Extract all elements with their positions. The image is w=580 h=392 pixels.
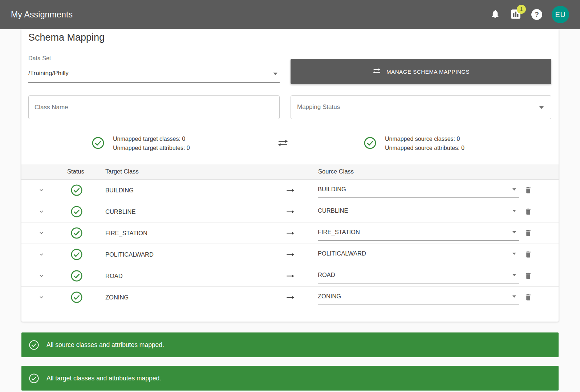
mapped-status-check-circle-icon <box>70 227 83 239</box>
delete-mapping-button[interactable] <box>524 250 532 258</box>
source-class-select[interactable]: CURBLINE <box>318 203 519 219</box>
swap-direction-icon[interactable] <box>277 137 289 149</box>
dropdown-caret-icon <box>512 274 516 276</box>
delete-mapping-button[interactable] <box>524 207 532 216</box>
unmapped-source-attributes: Unmapped source attributes: 0 <box>385 143 465 152</box>
expand-row-button[interactable] <box>38 208 45 215</box>
class-name-input[interactable] <box>28 95 280 119</box>
trash-icon <box>524 190 532 195</box>
delete-mapping-button[interactable] <box>524 229 532 237</box>
mapped-status-check-circle-icon <box>70 205 83 218</box>
maps-to-arrow-icon <box>285 271 295 281</box>
mapping-table-row: BUILDING BUILDING <box>21 180 559 201</box>
source-class-select[interactable]: BUILDING <box>318 182 519 198</box>
target-class-label: FIRE_STATION <box>105 230 147 237</box>
notification-count-badge: 1 <box>517 5 526 14</box>
notifications-button[interactable] <box>490 9 500 20</box>
source-class-value: CURBLINE <box>318 207 348 214</box>
trash-icon <box>524 275 532 281</box>
mapped-status-check-circle-icon <box>70 291 83 303</box>
chevron-down-icon <box>38 189 45 195</box>
user-avatar[interactable]: EU <box>552 6 569 23</box>
source-class-value: ROAD <box>318 271 335 278</box>
mapping-table-body: BUILDING BUILDING CURBLINE CURBLINE <box>21 180 559 308</box>
data-set-value: /Training/Philly <box>28 70 69 77</box>
mapping-status-placeholder: Mapping Status <box>297 103 340 111</box>
source-class-select[interactable]: ROAD <box>318 268 519 283</box>
unmapped-target-classes: Unmapped target classes: 0 <box>113 134 190 143</box>
trash-icon <box>524 297 532 302</box>
trash-icon <box>524 233 532 238</box>
source-summary-text: Unmapped source classes: 0 Unmapped sour… <box>385 134 465 152</box>
expand-row-button[interactable] <box>38 294 45 301</box>
manage-schema-mappings-label: MANAGE SCHEMA MAPPINGS <box>386 69 470 75</box>
trash-icon <box>524 211 532 217</box>
source-class-select[interactable]: FIRE_STATION <box>318 225 519 241</box>
trash-icon <box>524 254 532 260</box>
chevron-down-icon <box>38 296 45 302</box>
chevron-down-icon <box>38 253 45 259</box>
app-bar-title: My Assignments <box>11 10 73 20</box>
target-class-column-header: Target Class <box>105 168 139 175</box>
chevron-down-icon <box>38 232 45 237</box>
mapping-table-row: ROAD ROAD <box>21 265 559 287</box>
expand-row-button[interactable] <box>38 251 45 258</box>
check-circle-icon <box>29 373 39 384</box>
swap-horizontal-icon <box>372 66 381 77</box>
dropdown-caret-icon <box>512 188 516 191</box>
mapping-table-row: CURBLINE CURBLINE <box>21 201 559 222</box>
unmapped-source-classes: Unmapped source classes: 0 <box>385 134 465 143</box>
unmapped-target-attributes: Unmapped target attributes: 0 <box>113 143 190 152</box>
maps-to-arrow-icon <box>285 228 295 238</box>
bell-icon <box>490 9 500 20</box>
dropdown-caret-icon <box>512 231 516 233</box>
source-class-select[interactable]: ZONING <box>318 289 519 305</box>
mapped-status-check-circle-icon <box>70 184 83 196</box>
source-class-value: POLITICALWARD <box>318 250 366 257</box>
chevron-down-icon <box>38 275 45 280</box>
dropdown-caret-icon <box>539 106 544 109</box>
target-summary-check-circle-icon <box>92 136 105 150</box>
maps-to-arrow-icon <box>285 293 295 302</box>
dropdown-caret-icon <box>273 73 277 75</box>
target-summary-text: Unmapped target classes: 0 Unmapped targ… <box>113 134 190 152</box>
delete-mapping-button[interactable] <box>524 293 532 301</box>
source-class-value: BUILDING <box>318 186 346 193</box>
dropdown-caret-icon <box>512 295 516 298</box>
target-mapped-alert-text: All target classes and attributes mapped… <box>46 375 161 382</box>
expand-row-button[interactable] <box>38 230 45 236</box>
delete-mapping-button[interactable] <box>524 271 532 280</box>
chevron-down-icon <box>38 211 45 216</box>
data-set-select[interactable]: /Training/Philly <box>28 65 280 83</box>
expand-row-button[interactable] <box>38 273 45 279</box>
target-mapped-alert: All target classes and attributes mapped… <box>21 366 559 391</box>
expand-row-button[interactable] <box>38 187 45 193</box>
mapping-table-row: FIRE_STATION FIRE_STATION <box>21 222 559 244</box>
mapping-table-header: Status Target Class Source Class <box>21 164 559 180</box>
mapping-status-select[interactable]: Mapping Status <box>291 95 551 119</box>
target-class-label: CURBLINE <box>105 208 135 215</box>
source-mapped-alert: All source classes and attributes mapped… <box>21 332 559 357</box>
reports-button[interactable]: 1 <box>510 8 522 21</box>
data-set-label: Data Set <box>28 55 51 62</box>
dropdown-caret-icon <box>512 253 516 255</box>
target-class-label: BUILDING <box>105 187 134 194</box>
maps-to-arrow-icon <box>285 250 295 260</box>
source-class-value: ZONING <box>318 293 341 300</box>
delete-mapping-button[interactable] <box>524 186 532 194</box>
app-bar-actions: 1 ? EU <box>490 6 569 23</box>
mapping-table-row: POLITICALWARD POLITICALWARD <box>21 244 559 265</box>
page-title: Schema Mapping <box>28 32 105 43</box>
manage-schema-mappings-button[interactable]: MANAGE SCHEMA MAPPINGS <box>291 59 551 84</box>
mapped-status-check-circle-icon <box>70 248 83 261</box>
mapping-table-row: ZONING ZONING <box>21 287 559 308</box>
schema-mapping-card: Schema Mapping Data Set /Training/Philly… <box>21 29 559 322</box>
source-class-value: FIRE_STATION <box>318 229 360 236</box>
source-class-column-header: Source Class <box>318 168 354 175</box>
mapped-status-check-circle-icon <box>70 270 83 282</box>
check-circle-icon <box>29 340 39 350</box>
target-class-label: ROAD <box>105 273 123 279</box>
source-mapped-alert-text: All source classes and attributes mapped… <box>46 341 164 349</box>
help-button[interactable]: ? <box>531 9 542 20</box>
source-class-select[interactable]: POLITICALWARD <box>318 246 519 262</box>
